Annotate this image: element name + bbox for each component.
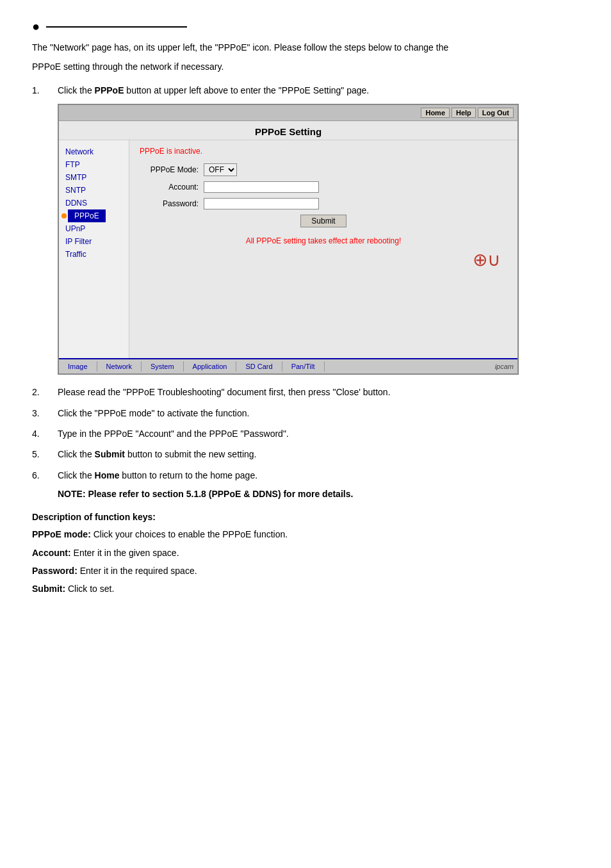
ss-submit-button[interactable]: Submit [300,215,346,227]
ss-main-content: PPPoE is inactive. PPPoE Mode: OFF ON Ac… [129,140,517,358]
footer-tab-application[interactable]: Application [184,361,237,372]
intro-text-2: PPPoE setting through the network if nec… [32,60,579,74]
ss-notice-text: All PPPoE setting takes effect after reb… [140,236,507,245]
ss-password-label: Password: [140,199,204,208]
sidebar-pppoe-row: PPPoE [59,209,129,222]
ss-mode-row: PPPoE Mode: OFF ON [140,163,507,176]
ss-logo: ⊕∪ [140,245,507,273]
footer-tab-pantilt[interactable]: Pan/Tilt [282,361,325,372]
ss-sidebar: Network FTP SMTP SNTP DDNS PPPoE UPnP IP… [59,140,129,358]
step-4-num: 4. [32,427,58,441]
step-6: 6. Click the Home button to return to th… [32,468,579,482]
ss-inactive-text: PPPoE is inactive. [140,147,507,156]
help-button[interactable]: Help [452,108,476,118]
step-3-num: 3. [32,406,58,420]
step-2: 2. Please read the "PPPoE Troubleshootin… [32,385,579,399]
bullet-line: ● [32,19,579,34]
ss-topbar: Home Help Log Out [59,105,517,121]
sidebar-traffic[interactable]: Traffic [59,248,129,261]
desc-bold-password: Password: [32,566,77,576]
sidebar-smtp[interactable]: SMTP [59,171,129,184]
step-6-num: 6. [32,468,58,482]
step-6-bold: Home [95,470,120,480]
desc-item-pppoemode: PPPoE mode: Click your choices to enable… [32,527,579,541]
desc-item-submit: Submit: Click to set. [32,582,579,596]
step-6-content: Click the Home button to return to the h… [58,468,579,482]
desc-title: Description of function keys: [32,512,579,522]
sidebar-ftp[interactable]: FTP [59,158,129,171]
step-4-content: Type in the PPPoE "Account" and the PPPo… [58,427,579,441]
step-5: 5. Click the Submit button to submit the… [32,447,579,461]
desc-item-account: Account: Enter it in the given space. [32,546,579,560]
step-1-content: Click the PPPoE button at upper left abo… [58,83,579,97]
underline-decoration [46,26,187,28]
step-2-content: Please read the "PPPoE Troubleshooting" … [58,385,579,399]
ss-submit-row: Submit [140,215,507,227]
intro-text-1: The "Network" page has, on its upper lef… [32,40,579,54]
desc-bold-submit: Submit: [32,584,65,594]
ss-brand: ipcam [495,363,517,370]
ss-page-title: PPPoE Setting [59,121,517,140]
ss-password-row: Password: [140,198,507,209]
sidebar-pppoe[interactable]: PPPoE [68,209,106,222]
logout-button[interactable]: Log Out [478,108,514,118]
step-1-num: 1. [32,83,58,97]
screenshot-box: Home Help Log Out PPPoE Setting Network … [58,104,519,375]
ss-mode-select[interactable]: OFF ON [204,163,237,176]
footer-tab-image[interactable]: Image [59,361,97,372]
step-4: 4. Type in the PPPoE "Account" and the P… [32,427,579,441]
footer-tab-sdcard[interactable]: SD Card [236,361,282,372]
footer-tab-system[interactable]: System [142,361,184,372]
ss-mode-label: PPPoE Mode: [140,165,204,174]
footer-tab-network[interactable]: Network [97,361,142,372]
step-2-num: 2. [32,385,58,399]
bullet-symbol: ● [32,19,40,34]
sidebar-network[interactable]: Network [59,145,129,158]
sidebar-ddns[interactable]: DDNS [59,197,129,209]
step-5-num: 5. [32,447,58,461]
step-5-bold: Submit [95,449,125,459]
step-1: 1. Click the PPPoE button at upper left … [32,83,579,97]
ss-body: Network FTP SMTP SNTP DDNS PPPoE UPnP IP… [59,140,517,358]
ss-logo-icon: ⊕∪ [473,249,501,270]
step-3: 3. Click the "PPPoE mode" to activate th… [32,406,579,420]
sidebar-upnp[interactable]: UPnP [59,222,129,235]
note-block: NOTE: Please refer to section 5.1.8 (PPP… [58,489,579,499]
desc-section: Description of function keys: PPPoE mode… [32,512,579,596]
step-3-content: Click the "PPPoE mode" to activate the f… [58,406,579,420]
sidebar-sntp[interactable]: SNTP [59,184,129,197]
step-5-content: Click the Submit button to submit the ne… [58,447,579,461]
desc-bold-account: Account: [32,548,71,558]
desc-item-password: Password: Enter it in the required space… [32,564,579,578]
ss-account-label: Account: [140,183,204,192]
home-button[interactable]: Home [421,108,450,118]
ss-password-input[interactable] [204,198,319,209]
ss-account-row: Account: [140,181,507,193]
pppoe-dot [61,213,67,218]
sidebar-ipfilter[interactable]: IP Filter [59,235,129,248]
ss-footer: Image Network System Application SD Card… [59,358,517,373]
desc-bold-pppoemode: PPPoE mode: [32,529,91,539]
step-1-bold: PPPoE [95,85,124,95]
ss-account-input[interactable] [204,181,319,193]
